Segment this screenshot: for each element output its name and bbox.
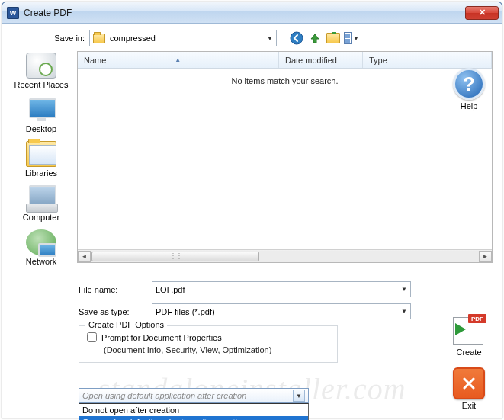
col-type[interactable]: Type (363, 52, 492, 68)
after-creation-dropdown[interactable]: Open using default application after cre… (79, 388, 309, 420)
scroll-right-button[interactable]: ► (479, 251, 492, 262)
views-grid-icon (344, 32, 352, 44)
place-label: Libraries (13, 168, 69, 178)
col-name[interactable]: Name ▲ (78, 52, 279, 68)
dialog-window: W Create PDF Save in: compressed ▼ (2, 2, 502, 418)
savetype-value: PDF files (*.pdf) (156, 307, 215, 316)
empty-message: No items match your search. (78, 69, 492, 249)
libraries-icon (26, 141, 56, 167)
place-libraries[interactable]: Libraries (13, 141, 69, 178)
prompt-checkbox-row[interactable]: Prompt for Document Properties (87, 332, 329, 342)
help-label: Help (450, 101, 488, 111)
recent-places-icon (26, 53, 56, 79)
file-listing[interactable]: Name ▲ Date modified Type No items match… (77, 51, 493, 263)
folder-icon (93, 34, 105, 43)
chevron-down-icon: ▼ (401, 286, 407, 293)
prompt-label: Prompt for Document Properties (101, 333, 222, 342)
create-button[interactable]: Create (450, 314, 488, 357)
create-pdf-options: Create PDF Options Prompt for Document P… (79, 325, 338, 363)
exit-icon (453, 367, 485, 399)
help-button[interactable]: ? Help (450, 68, 488, 111)
save-in-row: Save in: compressed ▼ ▼ (11, 30, 493, 46)
nav-back-button[interactable] (289, 30, 304, 46)
nav-buttons: ▼ (289, 30, 359, 46)
app-icon: W (7, 7, 19, 19)
chevron-down-icon: ▼ (293, 390, 305, 402)
filename-label: File name: (79, 285, 152, 294)
col-date[interactable]: Date modified (279, 52, 363, 68)
scroll-thumb[interactable] (91, 252, 259, 261)
scroll-track[interactable] (91, 251, 479, 262)
dropdown-option[interactable]: Do not open after creation (79, 404, 308, 416)
filename-value: LOF.pdf (156, 285, 185, 294)
save-in-combo[interactable]: compressed ▼ (89, 30, 277, 46)
nav-newfolder-button[interactable] (326, 30, 341, 46)
savetype-combo[interactable]: PDF files (*.pdf) ▼ (152, 303, 411, 319)
chevron-down-icon: ▼ (267, 35, 273, 42)
create-label: Create (450, 348, 488, 357)
titlebar[interactable]: W Create PDF (2, 2, 502, 24)
window-title: Create PDF (24, 8, 465, 18)
nav-views-button[interactable]: ▼ (344, 30, 359, 46)
help-icon: ? (453, 68, 485, 100)
network-icon (26, 229, 56, 255)
place-network[interactable]: Network (13, 229, 69, 266)
right-column: ? Help (450, 68, 488, 124)
desktop-icon (26, 97, 56, 123)
exit-label: Exit (450, 401, 488, 410)
place-label: Network (13, 257, 69, 266)
create-pdf-icon (453, 314, 485, 346)
right-column-bottom: Create Exit (450, 314, 488, 410)
svg-point-0 (291, 32, 303, 44)
chevron-down-icon: ▼ (353, 35, 359, 42)
new-folder-icon (326, 33, 340, 43)
column-headers: Name ▲ Date modified Type (78, 52, 492, 69)
dropdown-selected[interactable]: Open using default application after cre… (79, 388, 309, 403)
places-bar: Recent Places Desktop Libraries Computer… (11, 51, 71, 274)
options-legend: Create PDF Options (85, 320, 167, 329)
scroll-left-button[interactable]: ◄ (78, 251, 91, 262)
dropdown-list: Do not open after creation Open using de… (79, 403, 309, 420)
place-label: Computer (13, 213, 69, 222)
prompt-checkbox[interactable] (87, 332, 97, 342)
save-in-value: compressed (110, 34, 156, 43)
filename-row: File name: LOF.pdf ▼ (79, 281, 493, 297)
place-computer[interactable]: Computer (13, 185, 69, 222)
prompt-sublabel: (Document Info, Security, View, Optimiza… (104, 345, 329, 354)
sort-ascending-icon: ▲ (175, 56, 181, 63)
place-label: Desktop (13, 124, 69, 133)
computer-icon (26, 185, 56, 211)
chevron-down-icon: ▼ (401, 308, 407, 315)
nav-up-button[interactable] (307, 30, 323, 46)
close-button[interactable] (465, 6, 499, 20)
save-in-label: Save in: (42, 34, 85, 43)
horizontal-scrollbar[interactable]: ◄ ► (78, 249, 492, 262)
filename-combo[interactable]: LOF.pdf ▼ (152, 281, 411, 297)
place-recent[interactable]: Recent Places (13, 53, 69, 89)
form-rows: File name: LOF.pdf ▼ Save as type: PDF f… (11, 281, 493, 319)
place-label: Recent Places (13, 80, 69, 89)
main-area: Recent Places Desktop Libraries Computer… (11, 51, 493, 274)
dropdown-option[interactable]: Open using default application after cre… (79, 416, 308, 420)
client-area: Save in: compressed ▼ ▼ (2, 24, 502, 418)
place-desktop[interactable]: Desktop (13, 97, 69, 133)
savetype-label: Save as type: (79, 307, 152, 316)
exit-button[interactable]: Exit (450, 367, 488, 410)
savetype-row: Save as type: PDF files (*.pdf) ▼ (79, 303, 493, 319)
